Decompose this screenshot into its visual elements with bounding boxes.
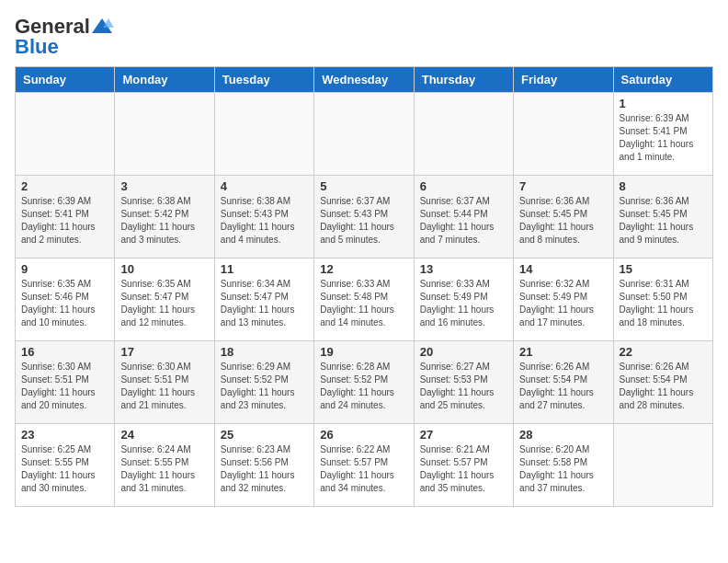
weekday-header-sunday: Sunday [16, 67, 115, 93]
calendar-cell: 4Sunrise: 6:38 AM Sunset: 5:43 PM Daylig… [214, 176, 313, 259]
day-number: 21 [519, 345, 607, 359]
calendar-table: SundayMondayTuesdayWednesdayThursdayFrid… [15, 66, 713, 507]
day-info: Sunrise: 6:39 AM Sunset: 5:41 PM Dayligh… [620, 112, 707, 164]
calendar-cell: 6Sunrise: 6:37 AM Sunset: 5:44 PM Daylig… [414, 176, 513, 259]
day-number: 20 [420, 345, 507, 359]
weekday-header-monday: Monday [115, 67, 214, 93]
day-number: 9 [21, 262, 108, 276]
calendar-cell: 25Sunrise: 6:23 AM Sunset: 5:56 PM Dayli… [214, 424, 313, 507]
day-info: Sunrise: 6:35 AM Sunset: 5:46 PM Dayligh… [21, 278, 108, 329]
calendar-cell: 17Sunrise: 6:30 AM Sunset: 5:51 PM Dayli… [115, 341, 214, 424]
day-number: 22 [620, 345, 707, 359]
day-number: 5 [320, 179, 407, 193]
calendar-week-1: 1Sunrise: 6:39 AM Sunset: 5:41 PM Daylig… [16, 93, 713, 176]
day-number: 11 [221, 262, 308, 276]
logo-blue: Blue [15, 35, 59, 59]
day-info: Sunrise: 6:33 AM Sunset: 5:48 PM Dayligh… [320, 278, 407, 329]
calendar-cell: 19Sunrise: 6:28 AM Sunset: 5:52 PM Dayli… [314, 341, 414, 424]
calendar-cell: 12Sunrise: 6:33 AM Sunset: 5:48 PM Dayli… [314, 259, 414, 341]
calendar-week-2: 2Sunrise: 6:39 AM Sunset: 5:41 PM Daylig… [16, 176, 713, 259]
weekday-header-saturday: Saturday [613, 67, 712, 93]
header: General Blue [15, 15, 713, 59]
day-info: Sunrise: 6:26 AM Sunset: 5:54 PM Dayligh… [620, 361, 707, 412]
day-number: 17 [120, 345, 208, 359]
weekday-header-row: SundayMondayTuesdayWednesdayThursdayFrid… [16, 67, 713, 93]
day-number: 8 [620, 179, 707, 193]
day-info: Sunrise: 6:20 AM Sunset: 5:58 PM Dayligh… [519, 443, 607, 495]
day-info: Sunrise: 6:27 AM Sunset: 5:53 PM Dayligh… [420, 361, 507, 412]
calendar-cell [115, 93, 214, 176]
day-number: 2 [21, 179, 108, 193]
calendar-cell: 23Sunrise: 6:25 AM Sunset: 5:55 PM Dayli… [16, 424, 115, 507]
calendar-cell: 15Sunrise: 6:31 AM Sunset: 5:50 PM Dayli… [613, 259, 712, 341]
day-number: 13 [420, 262, 507, 276]
day-number: 10 [120, 262, 208, 276]
day-number: 7 [519, 179, 607, 193]
calendar-cell: 27Sunrise: 6:21 AM Sunset: 5:57 PM Dayli… [414, 424, 513, 507]
day-info: Sunrise: 6:37 AM Sunset: 5:43 PM Dayligh… [320, 195, 407, 247]
day-number: 12 [320, 262, 407, 276]
day-number: 23 [21, 428, 108, 442]
day-number: 14 [519, 262, 607, 276]
calendar-cell: 20Sunrise: 6:27 AM Sunset: 5:53 PM Dayli… [414, 341, 513, 424]
calendar-cell [16, 93, 115, 176]
calendar-cell: 28Sunrise: 6:20 AM Sunset: 5:58 PM Dayli… [514, 424, 613, 507]
calendar-cell [314, 93, 414, 176]
day-info: Sunrise: 6:36 AM Sunset: 5:45 PM Dayligh… [519, 195, 607, 247]
weekday-header-thursday: Thursday [414, 67, 513, 93]
calendar-cell: 8Sunrise: 6:36 AM Sunset: 5:45 PM Daylig… [613, 176, 712, 259]
calendar-cell: 18Sunrise: 6:29 AM Sunset: 5:52 PM Dayli… [214, 341, 313, 424]
calendar-cell: 14Sunrise: 6:32 AM Sunset: 5:49 PM Dayli… [514, 259, 613, 341]
calendar-cell: 7Sunrise: 6:36 AM Sunset: 5:45 PM Daylig… [514, 176, 613, 259]
calendar-cell: 2Sunrise: 6:39 AM Sunset: 5:41 PM Daylig… [16, 176, 115, 259]
day-number: 15 [620, 262, 707, 276]
calendar-cell: 26Sunrise: 6:22 AM Sunset: 5:57 PM Dayli… [314, 424, 414, 507]
calendar-cell [414, 93, 513, 176]
calendar-cell: 22Sunrise: 6:26 AM Sunset: 5:54 PM Dayli… [613, 341, 712, 424]
day-number: 24 [120, 428, 208, 442]
day-number: 19 [320, 345, 407, 359]
calendar-cell: 24Sunrise: 6:24 AM Sunset: 5:55 PM Dayli… [115, 424, 214, 507]
calendar-cell: 3Sunrise: 6:38 AM Sunset: 5:42 PM Daylig… [115, 176, 214, 259]
calendar-week-5: 23Sunrise: 6:25 AM Sunset: 5:55 PM Dayli… [16, 424, 713, 507]
calendar-week-4: 16Sunrise: 6:30 AM Sunset: 5:51 PM Dayli… [16, 341, 713, 424]
calendar-cell [514, 93, 613, 176]
calendar-cell: 11Sunrise: 6:34 AM Sunset: 5:47 PM Dayli… [214, 259, 313, 341]
day-info: Sunrise: 6:30 AM Sunset: 5:51 PM Dayligh… [120, 361, 208, 412]
day-info: Sunrise: 6:25 AM Sunset: 5:55 PM Dayligh… [21, 443, 108, 495]
day-info: Sunrise: 6:32 AM Sunset: 5:49 PM Dayligh… [519, 278, 607, 329]
day-number: 18 [221, 345, 308, 359]
day-number: 6 [420, 179, 507, 193]
day-info: Sunrise: 6:31 AM Sunset: 5:50 PM Dayligh… [620, 278, 707, 329]
day-info: Sunrise: 6:36 AM Sunset: 5:45 PM Dayligh… [620, 195, 707, 247]
calendar-cell: 1Sunrise: 6:39 AM Sunset: 5:41 PM Daylig… [613, 93, 712, 176]
day-number: 27 [420, 428, 507, 442]
calendar-cell [613, 424, 712, 507]
day-info: Sunrise: 6:21 AM Sunset: 5:57 PM Dayligh… [420, 443, 507, 495]
calendar-cell [214, 93, 313, 176]
calendar-cell: 10Sunrise: 6:35 AM Sunset: 5:47 PM Dayli… [115, 259, 214, 341]
day-info: Sunrise: 6:23 AM Sunset: 5:56 PM Dayligh… [221, 443, 308, 495]
logo-icon [90, 17, 114, 37]
weekday-header-friday: Friday [514, 67, 613, 93]
day-info: Sunrise: 6:29 AM Sunset: 5:52 PM Dayligh… [221, 361, 308, 412]
day-number: 16 [21, 345, 108, 359]
weekday-header-tuesday: Tuesday [214, 67, 313, 93]
calendar-cell: 16Sunrise: 6:30 AM Sunset: 5:51 PM Dayli… [16, 341, 115, 424]
calendar-cell: 9Sunrise: 6:35 AM Sunset: 5:46 PM Daylig… [16, 259, 115, 341]
calendar-cell: 21Sunrise: 6:26 AM Sunset: 5:54 PM Dayli… [514, 341, 613, 424]
logo: General Blue [15, 15, 114, 59]
day-info: Sunrise: 6:28 AM Sunset: 5:52 PM Dayligh… [320, 361, 407, 412]
day-number: 25 [221, 428, 308, 442]
day-info: Sunrise: 6:30 AM Sunset: 5:51 PM Dayligh… [21, 361, 108, 412]
day-info: Sunrise: 6:26 AM Sunset: 5:54 PM Dayligh… [519, 361, 607, 412]
day-info: Sunrise: 6:38 AM Sunset: 5:43 PM Dayligh… [221, 195, 308, 247]
day-number: 26 [320, 428, 407, 442]
weekday-header-wednesday: Wednesday [314, 67, 414, 93]
day-info: Sunrise: 6:35 AM Sunset: 5:47 PM Dayligh… [120, 278, 208, 329]
calendar-cell: 5Sunrise: 6:37 AM Sunset: 5:43 PM Daylig… [314, 176, 414, 259]
day-info: Sunrise: 6:33 AM Sunset: 5:49 PM Dayligh… [420, 278, 507, 329]
day-number: 3 [120, 179, 208, 193]
day-number: 28 [519, 428, 607, 442]
calendar-cell: 13Sunrise: 6:33 AM Sunset: 5:49 PM Dayli… [414, 259, 513, 341]
